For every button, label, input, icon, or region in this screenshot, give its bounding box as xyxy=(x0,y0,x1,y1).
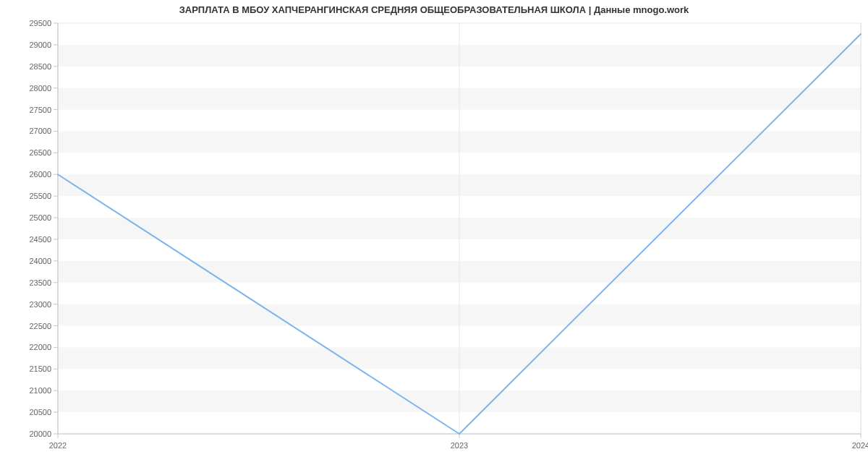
svg-text:27000: 27000 xyxy=(29,127,51,135)
svg-text:22500: 22500 xyxy=(29,322,51,330)
svg-text:22000: 22000 xyxy=(29,343,51,351)
chart-title: ЗАРПЛАТА В МБОУ ХАПЧЕРАНГИНСКАЯ СРЕДНЯЯ … xyxy=(0,4,868,15)
svg-text:25000: 25000 xyxy=(29,213,51,222)
svg-text:21500: 21500 xyxy=(29,364,51,373)
svg-text:20500: 20500 xyxy=(29,408,51,416)
svg-text:2022: 2022 xyxy=(49,441,67,450)
svg-text:25500: 25500 xyxy=(29,192,51,200)
svg-text:21000: 21000 xyxy=(29,386,51,395)
svg-text:24000: 24000 xyxy=(29,257,51,265)
svg-text:23000: 23000 xyxy=(29,300,51,309)
svg-text:26500: 26500 xyxy=(29,148,51,157)
svg-text:26000: 26000 xyxy=(29,170,51,179)
svg-text:27500: 27500 xyxy=(29,106,51,114)
svg-text:29000: 29000 xyxy=(29,40,51,49)
svg-text:23500: 23500 xyxy=(29,278,51,287)
line-chart: 2000020500210002150022000225002300023500… xyxy=(0,0,868,470)
svg-text:2023: 2023 xyxy=(451,441,468,450)
svg-text:24500: 24500 xyxy=(29,235,51,244)
svg-text:29500: 29500 xyxy=(29,19,51,27)
svg-text:20000: 20000 xyxy=(29,430,51,438)
svg-text:28500: 28500 xyxy=(29,62,51,71)
chart-container: ЗАРПЛАТА В МБОУ ХАПЧЕРАНГИНСКАЯ СРЕДНЯЯ … xyxy=(0,0,868,470)
svg-text:2024: 2024 xyxy=(852,441,868,450)
svg-text:28000: 28000 xyxy=(29,84,51,93)
